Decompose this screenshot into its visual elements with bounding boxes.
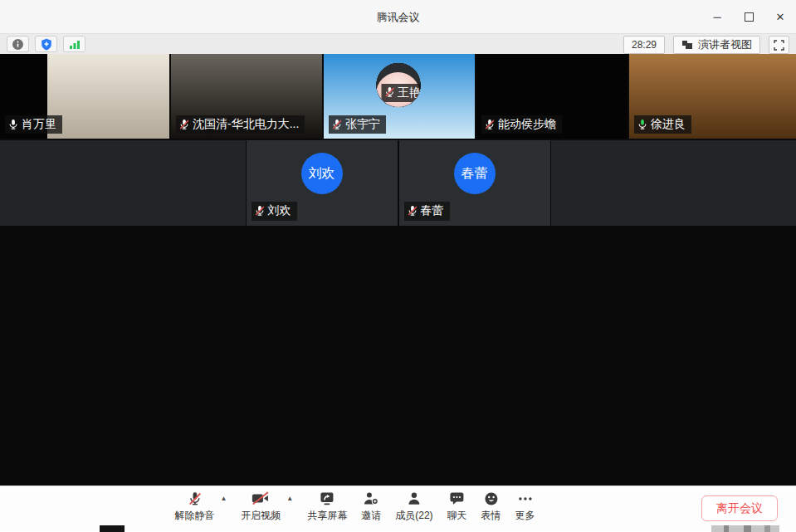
participant-label: 肖万里 <box>5 115 62 134</box>
chat-button[interactable]: 聊天 <box>447 491 467 523</box>
speaker-view-label: 演讲者视图 <box>698 37 752 52</box>
participant-name: 徐进良 <box>651 117 686 132</box>
participant-name: 刘欢 <box>268 203 291 218</box>
toolbar-item-label: 开启视频 <box>241 509 281 523</box>
mic-muted-icon <box>187 491 202 506</box>
background-window-fragment <box>100 525 125 532</box>
toolbar-item-label: 更多 <box>515 509 535 523</box>
statusbar-left <box>7 36 85 52</box>
camera-off-icon <box>251 491 270 505</box>
invite-icon <box>363 491 379 505</box>
participant-label: 王艳 <box>381 84 420 103</box>
participant-name: 能动侯步蟾 <box>498 117 556 132</box>
window-title: 腾讯会议 <box>0 10 796 25</box>
participant-name: 春蕾 <box>421 203 444 218</box>
statusbar-right: 28:29 演讲者视图 <box>623 36 789 54</box>
background-window-fragment <box>711 525 779 532</box>
emoji-button[interactable]: 表情 <box>481 491 501 523</box>
participant-tile[interactable]: 能动侯步蟾 <box>476 54 628 139</box>
chevron-up-icon[interactable]: ▲ <box>286 495 293 502</box>
start-video-button[interactable]: 开启视频▲ <box>241 491 293 523</box>
members-button[interactable]: 成员(22) <box>395 491 432 523</box>
unmute-button[interactable]: 解除静音▲ <box>174 491 227 523</box>
toolbar-item-label: 共享屏幕 <box>307 509 347 523</box>
close-icon[interactable]: ✕ <box>774 11 786 22</box>
fullscreen-icon <box>774 40 784 51</box>
window-titlebar: 腾讯会议 ─ ✕ <box>0 0 796 33</box>
invite-button[interactable]: 邀请 <box>361 491 381 523</box>
participant-tile[interactable]: 肖万里 <box>0 54 169 139</box>
grid-last-row: 刘欢 刘欢春蕾 春蕾 <box>0 140 796 225</box>
participant-label: 徐进良 <box>634 115 691 134</box>
meeting-statusbar: 28:29 演讲者视图 <box>0 33 796 54</box>
participant-tile[interactable]: 王艳 <box>376 63 420 107</box>
meeting-timer: 28:29 <box>623 36 665 54</box>
members-icon <box>407 491 422 505</box>
security-shield-icon <box>41 38 52 51</box>
participant-label: 春蕾 <box>404 202 450 221</box>
participant-name: 张宇宁 <box>345 117 380 132</box>
participant-label: 能动侯步蟾 <box>481 115 562 134</box>
mic-speaking-icon <box>637 119 648 130</box>
toolbar-item-label: 表情 <box>481 509 501 523</box>
avatar: 刘欢 <box>301 153 343 194</box>
share-screen-icon <box>319 491 335 506</box>
chevron-up-icon[interactable]: ▲ <box>220 495 227 502</box>
mic-muted-icon <box>383 86 395 98</box>
mic-muted-icon <box>407 205 418 217</box>
participant-label: 张宇宁 <box>329 115 386 134</box>
mic-muted-icon <box>254 205 266 217</box>
participant-tile[interactable]: 春蕾 春蕾 <box>399 140 550 225</box>
bottom-toolbar: 解除静音▲ 开启视频▲ 共享屏幕 邀请 成员(22) 聊天 表情 更多 离开会议 <box>0 486 796 525</box>
emoji-icon <box>484 491 499 506</box>
participant-tile[interactable]: 沈国清-华北电力大... <box>171 54 322 139</box>
participant-tile[interactable]: 徐进良 <box>629 54 796 139</box>
participant-name: 沈国清-华北电力大... <box>193 117 299 132</box>
toolbar-item-label: 邀请 <box>361 509 381 523</box>
participant-label: 沈国清-华北电力大... <box>176 115 305 134</box>
desktop-strip <box>0 525 796 532</box>
participant-label: 刘欢 <box>251 202 297 221</box>
window-controls: ─ ✕ <box>711 0 786 33</box>
fullscreen-button[interactable] <box>769 36 789 54</box>
toolbar-item-label: 解除静音 <box>174 509 214 523</box>
mic-muted-icon <box>331 119 343 130</box>
mic-muted-icon <box>484 119 496 130</box>
participant-video <box>47 54 169 139</box>
more-icon <box>517 491 534 506</box>
chat-icon <box>449 491 465 505</box>
share-screen-button[interactable]: 共享屏幕 <box>307 491 347 523</box>
avatar: 春蕾 <box>454 153 496 194</box>
maximize-icon[interactable] <box>743 11 754 22</box>
participant-tile[interactable]: 刘欢 刘欢 <box>247 140 398 225</box>
toolbar-items: 解除静音▲ 开启视频▲ 共享屏幕 邀请 成员(22) 聊天 表情 更多 <box>174 491 535 523</box>
speaker-view-button[interactable]: 演讲者视图 <box>673 36 760 54</box>
info-icon <box>12 38 24 51</box>
minimize-icon[interactable]: ─ <box>711 11 723 22</box>
more-button[interactable]: 更多 <box>515 491 535 523</box>
toolbar-item-label: 成员(22) <box>395 509 432 523</box>
network-signal-icon <box>69 39 81 50</box>
video-grid: 肖万里 沈国清-华北电力大... 张宇宁 能动侯步蟾 徐进良 张衡 苗政 陈海平… <box>0 54 796 486</box>
toolbar-item-label: 聊天 <box>447 509 467 523</box>
participant-name: 肖万里 <box>22 117 56 132</box>
meeting-info-button[interactable] <box>7 36 29 52</box>
network-status-button[interactable] <box>63 36 85 52</box>
mic-on-icon <box>7 119 19 130</box>
leave-meeting-button[interactable]: 离开会议 <box>701 495 778 521</box>
mic-muted-icon <box>178 119 190 130</box>
layout-view-icon <box>681 40 693 50</box>
security-button[interactable] <box>35 36 57 52</box>
